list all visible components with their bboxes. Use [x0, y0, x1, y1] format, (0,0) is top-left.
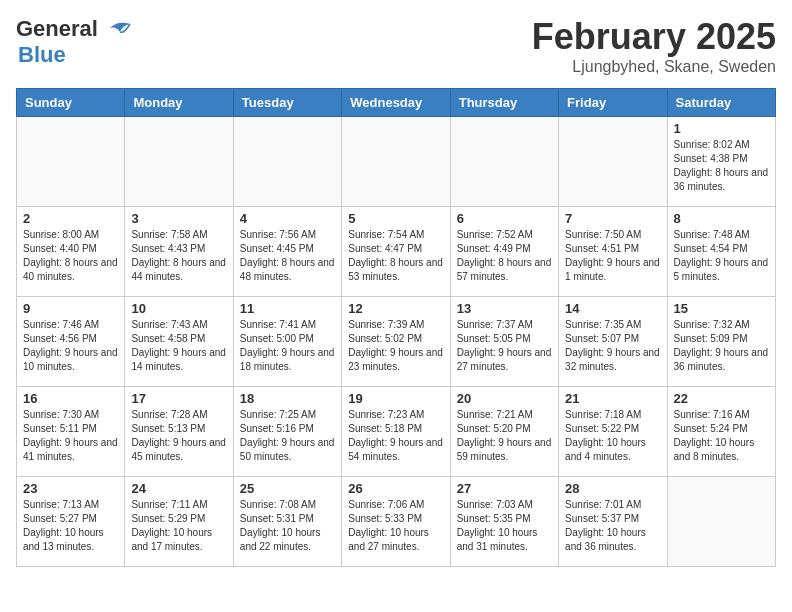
calendar-cell: 20Sunrise: 7:21 AMSunset: 5:20 PMDayligh…	[450, 387, 558, 477]
header: General Blue February 2025 Ljungbyhed, S…	[16, 16, 776, 76]
calendar-cell: 22Sunrise: 7:16 AMSunset: 5:24 PMDayligh…	[667, 387, 775, 477]
calendar-cell: 11Sunrise: 7:41 AMSunset: 5:00 PMDayligh…	[233, 297, 341, 387]
day-detail: Sunrise: 7:48 AMSunset: 4:54 PMDaylight:…	[674, 228, 769, 284]
day-number: 13	[457, 301, 552, 316]
day-detail: Sunrise: 7:39 AMSunset: 5:02 PMDaylight:…	[348, 318, 443, 374]
calendar-week-4: 16Sunrise: 7:30 AMSunset: 5:11 PMDayligh…	[17, 387, 776, 477]
day-detail: Sunrise: 7:46 AMSunset: 4:56 PMDaylight:…	[23, 318, 118, 374]
logo-bird-icon	[102, 18, 134, 40]
calendar-cell: 21Sunrise: 7:18 AMSunset: 5:22 PMDayligh…	[559, 387, 667, 477]
day-number: 22	[674, 391, 769, 406]
calendar-week-5: 23Sunrise: 7:13 AMSunset: 5:27 PMDayligh…	[17, 477, 776, 567]
day-number: 23	[23, 481, 118, 496]
day-detail: Sunrise: 7:11 AMSunset: 5:29 PMDaylight:…	[131, 498, 226, 554]
calendar-cell: 24Sunrise: 7:11 AMSunset: 5:29 PMDayligh…	[125, 477, 233, 567]
calendar-title: February 2025	[532, 16, 776, 58]
calendar-cell: 9Sunrise: 7:46 AMSunset: 4:56 PMDaylight…	[17, 297, 125, 387]
calendar-cell: 6Sunrise: 7:52 AMSunset: 4:49 PMDaylight…	[450, 207, 558, 297]
day-number: 17	[131, 391, 226, 406]
day-number: 28	[565, 481, 660, 496]
col-header-friday: Friday	[559, 89, 667, 117]
day-number: 11	[240, 301, 335, 316]
calendar-cell: 4Sunrise: 7:56 AMSunset: 4:45 PMDaylight…	[233, 207, 341, 297]
day-detail: Sunrise: 7:18 AMSunset: 5:22 PMDaylight:…	[565, 408, 660, 464]
day-number: 3	[131, 211, 226, 226]
calendar-cell: 18Sunrise: 7:25 AMSunset: 5:16 PMDayligh…	[233, 387, 341, 477]
day-detail: Sunrise: 7:52 AMSunset: 4:49 PMDaylight:…	[457, 228, 552, 284]
title-area: February 2025 Ljungbyhed, Skane, Sweden	[532, 16, 776, 76]
day-detail: Sunrise: 7:13 AMSunset: 5:27 PMDaylight:…	[23, 498, 118, 554]
calendar-cell	[450, 117, 558, 207]
day-number: 6	[457, 211, 552, 226]
day-detail: Sunrise: 7:32 AMSunset: 5:09 PMDaylight:…	[674, 318, 769, 374]
calendar-cell: 3Sunrise: 7:58 AMSunset: 4:43 PMDaylight…	[125, 207, 233, 297]
day-number: 7	[565, 211, 660, 226]
logo: General Blue	[16, 16, 134, 68]
calendar-cell: 15Sunrise: 7:32 AMSunset: 5:09 PMDayligh…	[667, 297, 775, 387]
calendar-cell: 26Sunrise: 7:06 AMSunset: 5:33 PMDayligh…	[342, 477, 450, 567]
day-detail: Sunrise: 7:41 AMSunset: 5:00 PMDaylight:…	[240, 318, 335, 374]
col-header-thursday: Thursday	[450, 89, 558, 117]
day-number: 21	[565, 391, 660, 406]
day-detail: Sunrise: 7:25 AMSunset: 5:16 PMDaylight:…	[240, 408, 335, 464]
col-header-tuesday: Tuesday	[233, 89, 341, 117]
day-detail: Sunrise: 8:02 AMSunset: 4:38 PMDaylight:…	[674, 138, 769, 194]
day-number: 26	[348, 481, 443, 496]
day-detail: Sunrise: 7:56 AMSunset: 4:45 PMDaylight:…	[240, 228, 335, 284]
calendar-cell: 19Sunrise: 7:23 AMSunset: 5:18 PMDayligh…	[342, 387, 450, 477]
calendar-cell	[125, 117, 233, 207]
day-number: 25	[240, 481, 335, 496]
calendar-week-1: 1Sunrise: 8:02 AMSunset: 4:38 PMDaylight…	[17, 117, 776, 207]
day-number: 8	[674, 211, 769, 226]
calendar-cell	[233, 117, 341, 207]
calendar-cell: 8Sunrise: 7:48 AMSunset: 4:54 PMDaylight…	[667, 207, 775, 297]
calendar-cell: 23Sunrise: 7:13 AMSunset: 5:27 PMDayligh…	[17, 477, 125, 567]
calendar-cell	[559, 117, 667, 207]
day-detail: Sunrise: 7:28 AMSunset: 5:13 PMDaylight:…	[131, 408, 226, 464]
calendar-header-row: SundayMondayTuesdayWednesdayThursdayFrid…	[17, 89, 776, 117]
day-detail: Sunrise: 7:54 AMSunset: 4:47 PMDaylight:…	[348, 228, 443, 284]
day-detail: Sunrise: 7:21 AMSunset: 5:20 PMDaylight:…	[457, 408, 552, 464]
day-detail: Sunrise: 7:23 AMSunset: 5:18 PMDaylight:…	[348, 408, 443, 464]
day-number: 2	[23, 211, 118, 226]
calendar-cell: 16Sunrise: 7:30 AMSunset: 5:11 PMDayligh…	[17, 387, 125, 477]
col-header-monday: Monday	[125, 89, 233, 117]
day-detail: Sunrise: 7:08 AMSunset: 5:31 PMDaylight:…	[240, 498, 335, 554]
day-number: 12	[348, 301, 443, 316]
day-number: 16	[23, 391, 118, 406]
day-detail: Sunrise: 8:00 AMSunset: 4:40 PMDaylight:…	[23, 228, 118, 284]
calendar-cell: 7Sunrise: 7:50 AMSunset: 4:51 PMDaylight…	[559, 207, 667, 297]
calendar-cell	[17, 117, 125, 207]
calendar-cell: 10Sunrise: 7:43 AMSunset: 4:58 PMDayligh…	[125, 297, 233, 387]
day-number: 18	[240, 391, 335, 406]
day-number: 27	[457, 481, 552, 496]
day-number: 1	[674, 121, 769, 136]
day-number: 10	[131, 301, 226, 316]
calendar-cell: 14Sunrise: 7:35 AMSunset: 5:07 PMDayligh…	[559, 297, 667, 387]
col-header-saturday: Saturday	[667, 89, 775, 117]
calendar-week-2: 2Sunrise: 8:00 AMSunset: 4:40 PMDaylight…	[17, 207, 776, 297]
day-detail: Sunrise: 7:01 AMSunset: 5:37 PMDaylight:…	[565, 498, 660, 554]
day-detail: Sunrise: 7:35 AMSunset: 5:07 PMDaylight:…	[565, 318, 660, 374]
day-detail: Sunrise: 7:30 AMSunset: 5:11 PMDaylight:…	[23, 408, 118, 464]
day-number: 20	[457, 391, 552, 406]
day-detail: Sunrise: 7:16 AMSunset: 5:24 PMDaylight:…	[674, 408, 769, 464]
day-detail: Sunrise: 7:03 AMSunset: 5:35 PMDaylight:…	[457, 498, 552, 554]
calendar-week-3: 9Sunrise: 7:46 AMSunset: 4:56 PMDaylight…	[17, 297, 776, 387]
calendar-cell: 12Sunrise: 7:39 AMSunset: 5:02 PMDayligh…	[342, 297, 450, 387]
day-detail: Sunrise: 7:37 AMSunset: 5:05 PMDaylight:…	[457, 318, 552, 374]
day-number: 9	[23, 301, 118, 316]
logo-general-text: General	[16, 16, 98, 42]
calendar-cell	[667, 477, 775, 567]
calendar-cell: 27Sunrise: 7:03 AMSunset: 5:35 PMDayligh…	[450, 477, 558, 567]
col-header-wednesday: Wednesday	[342, 89, 450, 117]
day-detail: Sunrise: 7:58 AMSunset: 4:43 PMDaylight:…	[131, 228, 226, 284]
calendar-cell	[342, 117, 450, 207]
logo-blue-text: Blue	[18, 42, 66, 67]
calendar-subtitle: Ljungbyhed, Skane, Sweden	[532, 58, 776, 76]
day-detail: Sunrise: 7:50 AMSunset: 4:51 PMDaylight:…	[565, 228, 660, 284]
day-number: 19	[348, 391, 443, 406]
day-detail: Sunrise: 7:43 AMSunset: 4:58 PMDaylight:…	[131, 318, 226, 374]
day-number: 14	[565, 301, 660, 316]
calendar-table: SundayMondayTuesdayWednesdayThursdayFrid…	[16, 88, 776, 567]
